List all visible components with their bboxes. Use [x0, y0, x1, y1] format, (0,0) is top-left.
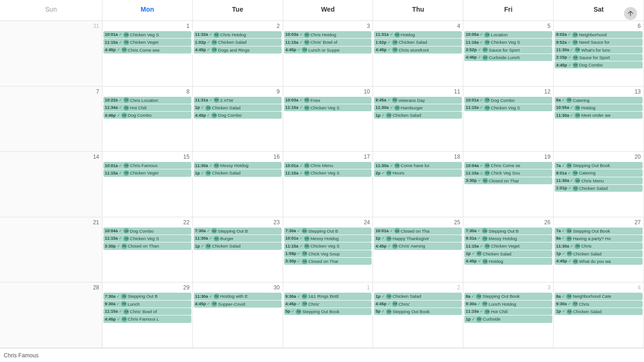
- calendar-event[interactable]: 2:15p✓🍽Sauce for Sport: [555, 54, 643, 61]
- calendar-event[interactable]: 1p✓🍽Chicken Salad: [194, 169, 282, 176]
- calendar-event[interactable]: 10:01a✓🍽Closed on Tha: [374, 228, 462, 235]
- calendar-event[interactable]: 1p✓🍽Chicken Salad: [194, 242, 282, 249]
- calendar-event[interactable]: 8a✓🍽Neighborhood Cate: [555, 293, 643, 300]
- calendar-event[interactable]: 4:45p✓🍽Chris Come see: [103, 47, 191, 54]
- calendar-event[interactable]: 11:15a✓🍽Chicken Veget: [103, 39, 191, 46]
- calendar-event[interactable]: 4:45p✓🍽Dog Combo: [555, 61, 643, 68]
- day-cell-w3-d0[interactable]: 21: [0, 217, 102, 282]
- calendar-event[interactable]: 4:45p✓🍽Chris': [284, 301, 372, 308]
- calendar-event[interactable]: 3:30p✓🍽Closed on Thar: [284, 258, 372, 265]
- calendar-event[interactable]: 9:30a✓🍽Chris: [555, 301, 643, 308]
- calendar-event[interactable]: 7:30a✓🍽Stepping Out B: [194, 228, 282, 235]
- calendar-event[interactable]: 9:45a✓🍽Veterans Day: [374, 97, 462, 104]
- day-cell-w3-d3[interactable]: 247:30a✓🍽Stepping Out B10:01a✓🍽Messy Hot…: [283, 217, 373, 282]
- calendar-event[interactable]: 10:22a✓🍽Chris Location: [103, 97, 191, 104]
- calendar-event[interactable]: 4:46p✓🍽Curbside Lunch: [464, 54, 552, 61]
- calendar-event[interactable]: 11:15a✓🍽Chicken Veg S: [284, 104, 372, 111]
- calendar-event[interactable]: 10:55a✓🍽Hotdog: [555, 104, 643, 111]
- calendar-event[interactable]: 9:31a✓🍽Messy Hotdog: [464, 235, 552, 242]
- day-cell-w2-d3[interactable]: 1710:01a✓🍽Chris Menu11:15a✓🍽Chicken Veg …: [283, 152, 373, 217]
- calendar-event[interactable]: 9:30a✓🍽1&1 Rings Bottl: [284, 293, 372, 300]
- day-cell-w4-d5[interactable]: 38a✓🍽Stepping Out Book9:30a✓🍽Lunch Hotdo…: [463, 282, 554, 348]
- calendar-event[interactable]: 11:30a✓🍽Hotdog with E: [194, 293, 282, 300]
- calendar-event[interactable]: 10:03a✓🍽Fries: [284, 97, 372, 104]
- calendar-event[interactable]: 10:04a✓🍽Chris Come se: [464, 162, 552, 169]
- calendar-event[interactable]: 11:15a✓🍽Chris' Bowl of: [284, 39, 372, 46]
- day-cell-w4-d6[interactable]: 48a✓🍽Neighborhood Cate9:30a✓🍽Chris1p✓🍽Ch…: [554, 282, 644, 348]
- calendar-event[interactable]: 11:15a⚠🍽Chick Veg Sou: [464, 169, 552, 176]
- calendar-event[interactable]: 8a✓🍽Having a party? Ho: [555, 235, 643, 242]
- calendar-event[interactable]: 4:45p✓🍽Supper-Covid: [194, 301, 282, 308]
- calendar-event[interactable]: 7:30a✓🍽Stepping Out B: [103, 293, 191, 300]
- day-cell-w3-d4[interactable]: 2510:01a✓🍽Closed on Tha1p✓🍽Happy Thanksg…: [373, 217, 463, 282]
- calendar-event[interactable]: 11:15a✓🍽Chicken Veg S: [103, 235, 191, 242]
- day-cell-w2-d2[interactable]: 1611:30a✓🍽Messy Hotdog1p✓🍽Chicken Salad: [193, 152, 283, 217]
- calendar-event[interactable]: 1p✓🍽Happy Thanksgivir: [374, 235, 462, 242]
- calendar-event[interactable]: 9:52a✓🍽Need Sauce for: [555, 39, 643, 46]
- calendar-event[interactable]: 11:15a✓🍽Chicken Veg S: [284, 242, 372, 249]
- day-cell-w1-d4[interactable]: 119:45a✓🍽Veterans Day11:30a✓🍽Hamburger1p…: [373, 87, 463, 152]
- day-cell-w3-d5[interactable]: 267:30a✓🍽Stepping Out B9:31a✓🍽Messy Hotd…: [463, 217, 554, 282]
- day-cell-w2-d1[interactable]: 1510:01a✓🍽Chris Famous11:15a✓🍽Chicken Ve…: [102, 152, 193, 217]
- calendar-event[interactable]: 8a✓🍽Stepping Out Book: [464, 293, 552, 300]
- day-cell-w0-d3[interactable]: 310:03a✓🍽Chris Hotdog11:15a✓🍽Chris' Bowl…: [283, 21, 373, 86]
- calendar-event[interactable]: 1:01p✓🍽Chicken Salad: [555, 185, 643, 192]
- calendar-event[interactable]: 7a✓🍽Stepping Out Book: [555, 162, 643, 169]
- calendar-event[interactable]: 11:15a✓🍽Chris' Bowl of: [103, 308, 191, 315]
- scroll-indicator[interactable]: [624, 7, 637, 20]
- day-cell-w0-d1[interactable]: 110:01a✓🍽Chicken Veg S11:15a✓🍽Chicken Ve…: [102, 21, 193, 86]
- day-cell-w2-d5[interactable]: 1910:04a✓🍽Chris Come se11:15a⚠🍽Chick Veg…: [463, 152, 554, 217]
- calendar-event[interactable]: 4:45p✓🍽Hotdog: [464, 258, 552, 265]
- calendar-event[interactable]: 10:03a✓🍽Chris Hotdog: [284, 31, 372, 38]
- calendar-event[interactable]: 7:30a✓🍽Stepping Out B: [284, 228, 372, 235]
- day-cell-w1-d5[interactable]: 1210:01a✓🍽Dog Combo11:15a✓🍽Chicken Veg S: [463, 87, 554, 152]
- day-cell-w2-d6[interactable]: 207a✓🍽Stepping Out Book8:01a✓🍽Catering11…: [554, 152, 644, 217]
- calendar-event[interactable]: 10:01a✓🍽Chris Famous: [103, 162, 191, 169]
- calendar-event[interactable]: 10:04a✓🍽Dog Combo: [103, 228, 191, 235]
- calendar-event[interactable]: 11:30a✓🍽Chris: [555, 242, 643, 249]
- calendar-event[interactable]: 11:15a✓🍽Chicken Veget: [464, 242, 552, 249]
- calendar-event[interactable]: 7:30a✓🍽Stepping Out B: [464, 228, 552, 235]
- day-cell-w0-d0[interactable]: 31: [0, 21, 102, 86]
- day-cell-w4-d4[interactable]: 21p✓🍽Chicken Salad4:45p✓🍽Chris'5p✓🍽Stepp…: [373, 282, 463, 348]
- day-cell-w0-d4[interactable]: 411:31a✓🍽Hotdog1:02p✓🍽Chicken Salad4:45p…: [373, 21, 463, 86]
- calendar-event[interactable]: 1p✓🍽Chicken Salad: [555, 308, 643, 315]
- day-cell-w4-d0[interactable]: 28: [0, 282, 102, 348]
- calendar-event[interactable]: 11:15a✓🍽Hot Chili: [464, 308, 552, 315]
- day-cell-w4-d3[interactable]: 19:30a✓🍽1&1 Rings Bottl4:45p✓🍽Chris'5p✓🍽…: [283, 282, 373, 348]
- calendar-event[interactable]: 9:30a✓🍽Lunch: [103, 301, 191, 308]
- calendar-event[interactable]: 10:01a✓🍽Chicken Veg S: [103, 31, 191, 38]
- calendar-event[interactable]: 11:30a✓🍽Chris Menu: [555, 177, 643, 184]
- calendar-event[interactable]: 5p✓🍽Stepping Out Book: [284, 308, 372, 315]
- calendar-event[interactable]: 11:30a✓🍽Messy Hotdog: [194, 162, 282, 169]
- calendar-event[interactable]: 1p✓🍽Curbside: [464, 315, 552, 322]
- calendar-event[interactable]: 11:30a✓🍽What's for lunc: [555, 47, 643, 54]
- day-cell-w4-d1[interactable]: 297:30a✓🍽Stepping Out B9:30a✓🍽Lunch11:15…: [102, 282, 193, 348]
- day-cell-w2-d4[interactable]: 1811:30a✓🍽Come have lur2p✓🍽Hours: [373, 152, 463, 217]
- calendar-event[interactable]: 8:02a✓🍽Neighborhood: [555, 31, 643, 38]
- day-cell-w3-d2[interactable]: 237:30a✓🍽Stepping Out B11:30a✓🍽Burger1p✓…: [193, 217, 283, 282]
- calendar-event[interactable]: 1p✓🍽Chicken Salad: [374, 112, 462, 119]
- calendar-event[interactable]: 4:45p✓🍽Chris storefront: [374, 47, 462, 54]
- day-cell-w3-d1[interactable]: 2210:04a✓🍽Dog Combo11:15a✓🍽Chicken Veg S…: [102, 217, 193, 282]
- day-cell-w4-d2[interactable]: 3011:30a✓🍽Hotdog with E4:45p✓🍽Supper-Cov…: [193, 282, 283, 348]
- calendar-event[interactable]: 5p✓🍽Stepping Out Book: [374, 308, 462, 315]
- day-cell-w3-d6[interactable]: 277a✓🍽Stepping Out Book8a✓🍽Having a part…: [554, 217, 644, 282]
- day-cell-w1-d3[interactable]: 1010:03a✓🍽Fries11:15a✓🍽Chicken Veg S: [283, 87, 373, 152]
- calendar-event[interactable]: 8:01a✓🍽Catering: [555, 169, 643, 176]
- calendar-event[interactable]: 1p✓🍽Chicken Salad: [374, 293, 462, 300]
- calendar-event[interactable]: 3:30p✓🍽Closed on Thar: [464, 177, 552, 184]
- day-cell-w1-d0[interactable]: 7: [0, 87, 102, 152]
- calendar-event[interactable]: 11:30a✓🍽Meet under aw: [555, 112, 643, 119]
- calendar-event[interactable]: 3:52p✓🍽Sauce for Sport: [464, 47, 552, 54]
- calendar-event[interactable]: 1p✓🍽Chicken Salad: [194, 104, 282, 111]
- calendar-event[interactable]: 2p✓🍽Hours: [374, 169, 462, 176]
- calendar-event[interactable]: 4:46p✓🍽Dog Combo: [103, 112, 191, 119]
- day-cell-w1-d2[interactable]: 911:31a✓🍽2 ATW1p✓🍽Chicken Salad4:45p✓🍽Do…: [193, 87, 283, 152]
- calendar-event[interactable]: 11:32a✓🍽Chris Hotdog: [194, 31, 282, 38]
- calendar-event[interactable]: 11:30a✓🍽Come have lur: [374, 162, 462, 169]
- calendar-event[interactable]: 11:15a✓🍽Chicken Veg S: [464, 104, 552, 111]
- day-cell-w0-d2[interactable]: 211:32a✓🍽Chris Hotdog1:02p✓🍽Chicken Sala…: [193, 21, 283, 86]
- calendar-event[interactable]: 11:30a✓🍽Hamburger: [374, 104, 462, 111]
- day-cell-w0-d6[interactable]: 68:02a✓🍽Neighborhood9:52a✓🍽Need Sauce fo…: [554, 21, 644, 86]
